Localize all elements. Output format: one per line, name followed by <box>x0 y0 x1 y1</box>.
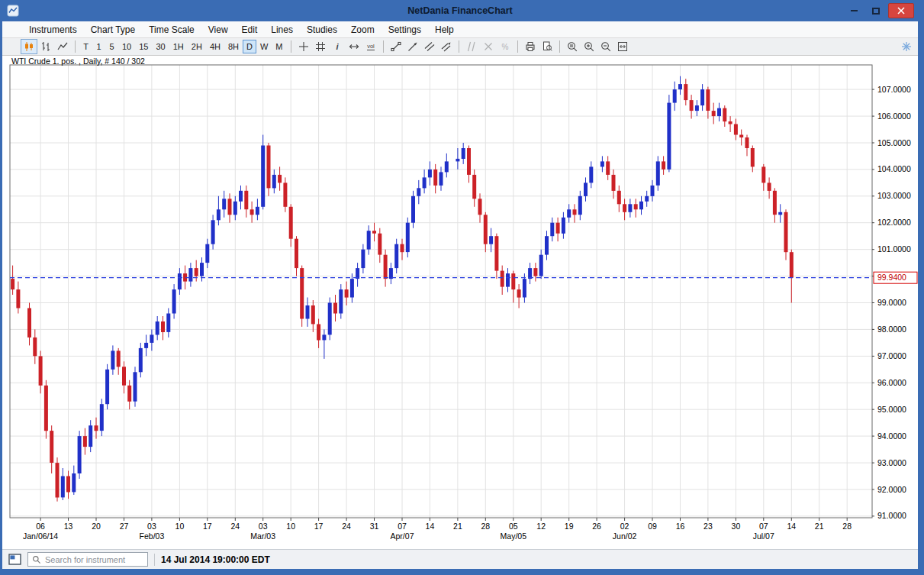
candle <box>550 218 554 241</box>
chart-info-icon: i <box>331 40 343 53</box>
menu-item-view[interactable]: View <box>201 22 235 37</box>
svg-text:24: 24 <box>342 522 351 531</box>
workspace-icon[interactable] <box>8 554 21 565</box>
expand-horizontal-button[interactable] <box>346 39 362 54</box>
candle <box>205 239 209 268</box>
candle <box>333 295 337 321</box>
candle <box>517 284 521 308</box>
svg-text:21: 21 <box>815 522 824 531</box>
menu-item-instruments[interactable]: Instruments <box>22 22 84 37</box>
print-preview-button[interactable] <box>539 39 555 54</box>
timeframe-4h-button[interactable]: 4H <box>206 40 224 53</box>
timeframe-w-button[interactable]: W <box>256 40 272 53</box>
price-axis[interactable]: 91.000092.000093.000094.000095.000096.00… <box>872 85 911 521</box>
channel-button[interactable] <box>421 39 438 54</box>
timestamp: 14 Jul 2014 19:00:00 EDT <box>161 554 270 565</box>
candle <box>511 271 515 303</box>
menu-item-chart-type[interactable]: Chart Type <box>84 22 142 37</box>
time-axis[interactable]: 0613202703101724031017243107142128051219… <box>23 518 852 541</box>
window-title: NetDania FinanceChart <box>2 5 918 16</box>
svg-text:21: 21 <box>453 522 462 531</box>
svg-text:17: 17 <box>314 522 324 531</box>
timeframe-30-button[interactable]: 30 <box>153 40 169 53</box>
candle <box>83 428 87 455</box>
trendline-button[interactable] <box>388 39 404 54</box>
search-input[interactable] <box>45 555 143 564</box>
svg-text:28: 28 <box>481 522 490 531</box>
zoom-out-button[interactable] <box>597 39 614 54</box>
zoom-area-icon <box>566 40 578 53</box>
channel-ray-button[interactable] <box>438 39 455 54</box>
timeframe-5-button[interactable]: 5 <box>105 40 118 53</box>
timeframe-1-button[interactable]: 1 <box>92 40 105 53</box>
candle <box>494 234 498 279</box>
minimize-button[interactable] <box>844 3 864 18</box>
zoom-in-button[interactable] <box>581 39 597 54</box>
parallel-lines-button[interactable] <box>463 39 480 54</box>
timeframe-m-button[interactable]: M <box>272 40 286 53</box>
svg-text:97.0000: 97.0000 <box>877 351 906 360</box>
candle <box>100 399 104 436</box>
timeframe-d-button[interactable]: D <box>243 40 256 53</box>
candle <box>734 119 738 141</box>
timeframe-15-button[interactable]: 15 <box>135 40 152 53</box>
timeframe-t-button[interactable]: T <box>79 40 92 53</box>
candle <box>717 103 721 121</box>
svg-text:104.0000: 104.0000 <box>877 164 911 173</box>
timeframe-8h-button[interactable]: 8H <box>224 40 243 53</box>
candlestick-chart-button[interactable] <box>21 39 37 54</box>
svg-text:Jun/02: Jun/02 <box>613 531 637 541</box>
close-button[interactable] <box>888 3 914 18</box>
menu-item-zoom[interactable]: Zoom <box>344 22 382 37</box>
price-chart[interactable]: 91.000092.000093.000094.000095.000096.00… <box>2 56 918 549</box>
maximize-button[interactable] <box>866 3 886 18</box>
candle <box>662 156 665 175</box>
menu-item-time-scale[interactable]: Time Scale <box>142 22 201 37</box>
menu-item-studies[interactable]: Studies <box>300 22 344 37</box>
scale-percent-button[interactable]: % <box>497 39 514 54</box>
candle <box>433 164 437 193</box>
candle <box>89 420 92 452</box>
candle <box>127 380 131 409</box>
zoom-area-button[interactable] <box>564 39 581 54</box>
trend-ray-button[interactable] <box>404 39 421 54</box>
chart-info-button[interactable]: i <box>329 39 346 54</box>
print-button[interactable] <box>522 39 539 54</box>
ohlc-bar-chart-button[interactable] <box>37 39 54 54</box>
svg-text:14: 14 <box>787 522 796 531</box>
candle <box>606 156 610 180</box>
menu-item-lines[interactable]: Lines <box>264 22 300 37</box>
menu-item-settings[interactable]: Settings <box>382 22 428 37</box>
candle <box>367 225 371 255</box>
toolbar-right-group <box>898 39 918 54</box>
candle <box>773 188 777 222</box>
toolbar-separator <box>517 40 518 53</box>
menu-item-help[interactable]: Help <box>428 22 461 37</box>
candle <box>117 348 121 375</box>
svg-text:10: 10 <box>286 522 295 531</box>
toolbar-separator <box>75 40 76 53</box>
snowflake-button[interactable] <box>898 39 915 54</box>
candle <box>267 143 271 196</box>
menu-item-edit[interactable]: Edit <box>235 22 265 37</box>
svg-text:101.0000: 101.0000 <box>877 244 911 254</box>
timeframe-1h-button[interactable]: 1H <box>169 40 188 53</box>
candle <box>44 380 48 439</box>
line-chart-button[interactable] <box>54 39 71 54</box>
candle <box>751 146 755 173</box>
timeframe-2h-button[interactable]: 2H <box>188 40 206 53</box>
svg-text:98.0000: 98.0000 <box>877 325 906 334</box>
volume-button[interactable]: vol <box>362 39 379 54</box>
svg-text:14: 14 <box>426 522 435 531</box>
fit-chart-button[interactable] <box>614 39 631 54</box>
delete-drawings-button[interactable] <box>480 39 497 54</box>
search-box[interactable] <box>27 552 148 567</box>
candle <box>188 263 192 287</box>
candle <box>228 193 232 222</box>
svg-text:09: 09 <box>648 522 657 531</box>
timeframe-10-button[interactable]: 10 <box>118 40 135 53</box>
grid-button[interactable] <box>312 39 329 54</box>
crosshair-button[interactable] <box>295 39 312 54</box>
candle <box>729 116 732 132</box>
svg-text:107.0000: 107.0000 <box>877 85 911 94</box>
